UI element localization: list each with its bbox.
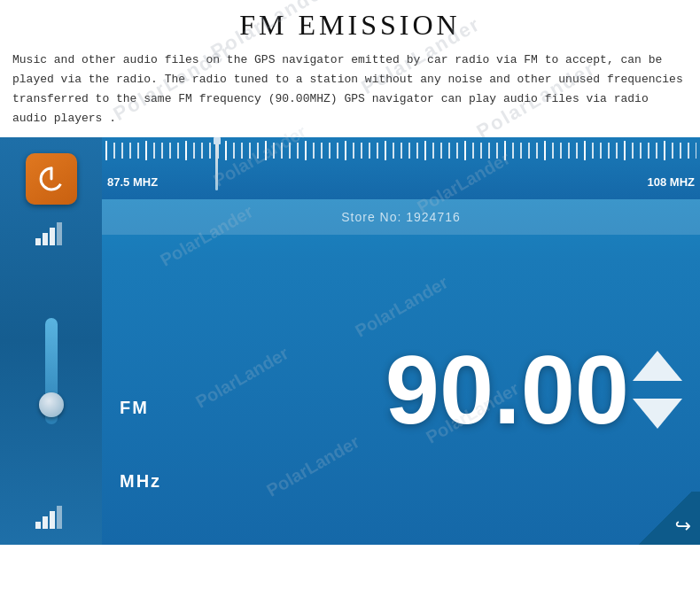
sidebar (0, 137, 102, 545)
power-icon (36, 164, 66, 194)
scale-bar-container: // We'll generate ticks inline via a loo… (102, 137, 700, 194)
svg-rect-2 (35, 238, 41, 245)
volume-slider-track[interactable] (45, 318, 58, 424)
signal-bars-top (35, 221, 67, 245)
signal-icon-top (35, 221, 67, 245)
mhz-label: MHz (120, 471, 161, 492)
signal-bars-bottom (35, 504, 67, 529)
frequency-needle (215, 137, 218, 190)
main-display-area: PolarLander PolarLander PolarLander Pola… (102, 137, 700, 545)
svg-rect-6 (35, 522, 41, 529)
page-title: FM EMISSION (12, 9, 688, 42)
store-info-text: Store No: 1924716 (341, 210, 461, 224)
svg-rect-7 (43, 516, 48, 529)
top-section: PolarLander PolarLander PolarLander Pola… (0, 0, 700, 137)
svg-rect-4 (50, 228, 55, 245)
corner-decoration: ↩ (629, 492, 700, 545)
frequency-display: FM MHz 90.00 (102, 235, 700, 545)
freq-up-button[interactable] (633, 351, 682, 381)
svg-rect-3 (43, 233, 48, 245)
svg-rect-9 (57, 506, 62, 529)
volume-slider-thumb[interactable] (39, 392, 64, 417)
volume-slider-container (45, 261, 58, 481)
arrow-controls (633, 351, 682, 429)
description-text: Music and other audio files on the GPS n… (12, 50, 688, 128)
svg-rect-5 (57, 222, 62, 245)
store-info-bar: Store No: 1924716 (102, 199, 700, 235)
radio-ui: PolarLander PolarLander PolarLander Pola… (0, 137, 700, 545)
fm-label: FM (120, 398, 161, 418)
frequency-number: 90.00 (385, 341, 629, 438)
freq-label-max: 108 MHZ (648, 175, 695, 189)
frequency-scale: // We'll generate ticks inline via a loo… (102, 137, 700, 199)
svg-rect-8 (50, 511, 55, 529)
freq-down-button[interactable] (633, 399, 682, 429)
signal-icon-bottom (35, 504, 67, 529)
freq-label-min: 87.5 MHZ (107, 175, 158, 189)
power-button[interactable] (26, 153, 77, 205)
fm-label-area: FM MHz (120, 398, 161, 492)
back-icon[interactable]: ↩ (675, 515, 691, 538)
